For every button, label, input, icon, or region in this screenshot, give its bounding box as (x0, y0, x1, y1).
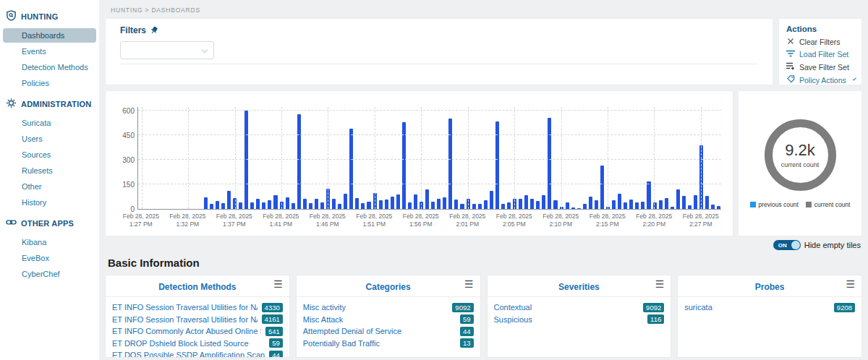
bar[interactable] (256, 199, 260, 209)
bar[interactable] (250, 202, 254, 209)
bar[interactable] (530, 199, 534, 209)
sidebar-item-rulesets[interactable]: Rulesets (3, 163, 96, 178)
bar[interactable] (361, 203, 365, 209)
bar[interactable] (216, 201, 219, 209)
bar[interactable] (688, 205, 692, 209)
bar[interactable] (315, 199, 318, 209)
card-row-label[interactable]: ET INFO Session Traversal Utilities for … (112, 315, 258, 324)
bar[interactable] (671, 207, 674, 209)
bar[interactable] (262, 202, 265, 209)
card-row-label[interactable]: ET DOS Possible SSDP Amplification Scan … (112, 351, 265, 358)
action-save-filter-set[interactable]: Save Filter Set (786, 62, 854, 72)
bar[interactable] (414, 194, 417, 209)
bar[interactable] (408, 202, 412, 209)
bar[interactable] (635, 202, 639, 209)
bar[interactable] (204, 197, 208, 209)
bar[interactable] (490, 191, 493, 209)
card-row-label[interactable]: ET DROP Dshield Block Listed Source (112, 339, 249, 348)
bar[interactable] (682, 196, 686, 209)
bar[interactable] (385, 200, 388, 209)
bar[interactable] (711, 205, 715, 209)
bar[interactable] (595, 200, 598, 209)
hide-empty-tiles-toggle[interactable]: ON (773, 240, 801, 250)
bar[interactable] (332, 199, 336, 209)
sidebar-item-cyberchef[interactable]: CyberChef (3, 267, 96, 281)
bar[interactable] (571, 207, 575, 209)
card-row-label[interactable]: ET INFO Commonly Actor Abused Online Ser… (112, 327, 261, 335)
bar[interactable] (431, 202, 435, 209)
bar[interactable] (344, 194, 347, 209)
bar[interactable] (454, 200, 458, 209)
bar[interactable] (425, 189, 429, 209)
bar[interactable] (501, 204, 505, 209)
action-policy-actions[interactable]: Policy Actions (786, 75, 854, 85)
sidebar-item-detection-methods[interactable]: Detection Methods (3, 60, 96, 74)
sidebar-item-users[interactable]: Users (3, 132, 96, 146)
card-row-label[interactable]: suricata (684, 303, 712, 312)
card-row-label[interactable]: Misc activity (303, 303, 346, 312)
bar[interactable] (320, 202, 324, 209)
bar[interactable] (338, 204, 341, 209)
card-row-label[interactable]: Suspicious (494, 315, 532, 324)
bar[interactable] (239, 202, 242, 209)
card-row-label[interactable]: Attempted Denial of Service (303, 327, 401, 335)
sidebar-item-policies[interactable]: Policies (3, 76, 96, 90)
bar[interactable] (705, 196, 709, 209)
bar[interactable] (396, 194, 400, 209)
bar[interactable] (443, 197, 446, 209)
sidebar-item-other[interactable]: Other (3, 179, 96, 194)
sidebar-item-events[interactable]: Events (3, 44, 96, 59)
bar[interactable] (717, 206, 720, 209)
bar[interactable] (548, 118, 551, 209)
bar[interactable] (553, 200, 557, 210)
bar[interactable] (402, 122, 406, 209)
bar[interactable] (472, 204, 476, 210)
bar[interactable] (268, 200, 271, 209)
sidebar-item-kibana[interactable]: Kibana (3, 235, 96, 249)
bar[interactable] (618, 194, 621, 209)
card-row-label[interactable]: Potentially Bad Traffic (303, 339, 380, 348)
bar[interactable] (577, 208, 581, 209)
bar[interactable] (542, 195, 545, 209)
bar[interactable] (309, 203, 312, 209)
bar[interactable] (694, 195, 697, 209)
bar[interactable] (367, 202, 370, 209)
bar[interactable] (507, 202, 511, 209)
card-row-label[interactable]: ET INFO Session Traversal Utilities for … (112, 303, 258, 312)
filter-select[interactable] (120, 41, 214, 59)
bar[interactable] (221, 203, 225, 209)
card-menu-icon[interactable]: ☰ (846, 278, 855, 291)
bar[interactable] (244, 111, 248, 209)
sidebar-item-history[interactable]: History (3, 195, 96, 210)
bar[interactable] (227, 191, 231, 209)
bar[interactable] (647, 181, 650, 209)
bar[interactable] (612, 200, 616, 210)
bar[interactable] (437, 199, 441, 209)
bar[interactable] (379, 200, 383, 209)
bar[interactable] (210, 204, 213, 209)
bar[interactable] (448, 119, 452, 209)
action-clear-filters[interactable]: Clear Filters (786, 38, 854, 46)
bar[interactable] (659, 200, 663, 209)
bar[interactable] (624, 202, 627, 209)
bar[interactable] (589, 197, 592, 209)
bar[interactable] (583, 204, 587, 209)
action-load-filter-set[interactable]: Load Filter Set (786, 50, 854, 59)
bar[interactable] (478, 204, 482, 209)
bar[interactable] (566, 202, 569, 209)
bar[interactable] (519, 199, 522, 209)
card-row-label[interactable]: Misc Attack (303, 315, 344, 324)
sidebar-item-dashboards[interactable]: Dashboards (3, 28, 96, 43)
bar[interactable] (273, 195, 277, 209)
bar[interactable] (292, 203, 295, 209)
bar[interactable] (391, 197, 394, 210)
bar[interactable] (484, 200, 488, 209)
sidebar-item-evebox[interactable]: EveBox (3, 251, 96, 265)
sidebar-item-sources[interactable]: Sources (3, 147, 96, 162)
sidebar-item-suricata[interactable]: Suricata (3, 116, 96, 130)
bar[interactable] (676, 189, 680, 209)
bar[interactable] (665, 198, 668, 209)
bar[interactable] (349, 129, 353, 209)
card-menu-icon[interactable]: ☰ (464, 278, 474, 291)
card-menu-icon[interactable]: ☰ (273, 278, 283, 291)
